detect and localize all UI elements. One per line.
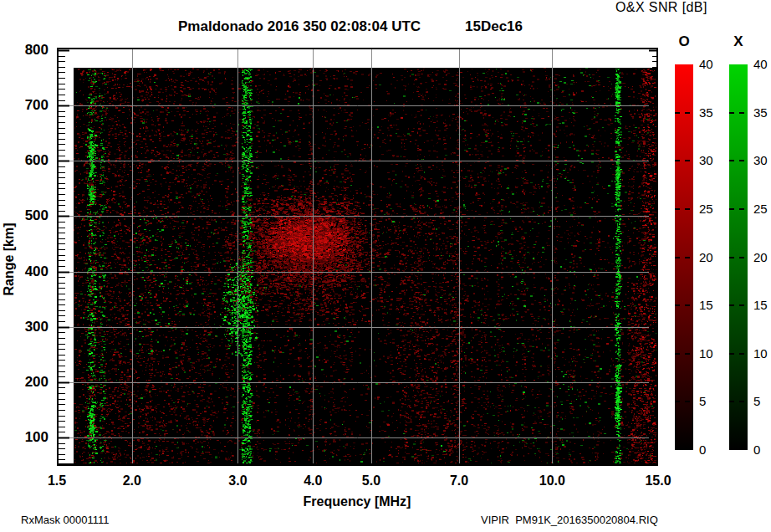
colorbar-X-dash-30: [729, 160, 748, 161]
colorbar-X-dash-5: [729, 401, 748, 402]
y-axis-title: Range [km]: [2, 221, 17, 298]
colorbar-X-title: X: [717, 33, 759, 50]
plot-title-date: 15Dec16: [465, 18, 523, 35]
y-tick-label-700: 700: [7, 97, 49, 114]
colorbar-O-tick-35: 35: [699, 105, 731, 120]
y-tick-label-600: 600: [7, 152, 49, 169]
colorbar-X-dash-25: [729, 208, 748, 210]
x-tick-label-1.5: 1.5: [32, 473, 82, 489]
x-tick-label-5.0: 5.0: [346, 473, 396, 489]
filename-label: VIPIR PM91K_2016350020804.RIQ: [481, 514, 658, 526]
colorbar-X-tick-25: 25: [753, 202, 771, 216]
colorbar-O-dash-35: [675, 112, 693, 114]
colorbar-O-dash-20: [675, 257, 693, 258]
x-tick-label-2.0: 2.0: [107, 473, 157, 489]
colorbar-X-tick-0: 0: [753, 442, 771, 457]
colorbar-O-dash-10: [675, 353, 693, 355]
x-tick-label-7.0: 7.0: [434, 473, 484, 489]
x-tick-label-4.0: 4.0: [288, 473, 338, 489]
colorbar-X-tick-30: 30: [753, 153, 771, 167]
colorbar-O-tick-10: 10: [699, 346, 731, 361]
colorbar-O-tick-40: 40: [699, 57, 731, 71]
colorbar-X-dash-10: [729, 353, 748, 355]
colorbar-O-dash-15: [675, 304, 693, 306]
colorbar-O-title: O: [663, 33, 705, 50]
colorbar-X-tick-5: 5: [753, 394, 771, 408]
x-tick-label-10.0: 10.0: [527, 473, 577, 489]
colorbar-O-tick-15: 15: [699, 298, 731, 312]
x-tick-label-15.0: 15.0: [633, 473, 683, 489]
colorbar-X-tick-35: 35: [753, 105, 771, 120]
colorbar-X-dash-15: [729, 304, 748, 306]
colorbar-O-dash-30: [675, 160, 693, 161]
y-tick-label-800: 800: [7, 42, 49, 59]
rxmask-label: RxMask 00001111: [21, 514, 110, 526]
colorbar-X-tick-10: 10: [753, 346, 771, 361]
colorbar-X-tick-40: 40: [753, 57, 771, 71]
y-tick-label-100: 100: [7, 429, 49, 446]
plot-title: Pmaldonado 2016 350 02:08:04 UTC: [178, 18, 421, 35]
y-tick-label-300: 300: [7, 319, 49, 335]
colorbar-O-tick-30: 30: [699, 153, 731, 167]
colorbar-O-tick-0: 0: [699, 442, 731, 457]
colorbar-X-dash-35: [729, 112, 748, 114]
ionogram-plot-canvas: [57, 48, 658, 466]
colorbar-O-dash-25: [675, 208, 693, 210]
colorbar-X-dash-20: [729, 257, 748, 258]
colorbar-X-tick-20: 20: [753, 250, 771, 264]
vipir-ionogram-screenshot: Pmaldonado 2016 350 02:08:04 UTC 15Dec16…: [0, 0, 771, 532]
x-axis-title: Frequency [MHz]: [273, 494, 441, 509]
y-tick-label-200: 200: [7, 374, 49, 391]
colorbar-O-tick-20: 20: [699, 250, 731, 264]
colorbar-O-tick-25: 25: [699, 202, 731, 216]
colorbar-X-tick-15: 15: [753, 298, 771, 312]
colorbar-O-tick-5: 5: [699, 394, 731, 408]
colorbar-O-dash-5: [675, 401, 693, 402]
x-tick-label-3.0: 3.0: [212, 473, 263, 489]
colorbar-header-label: O&X SNR [dB]: [615, 0, 707, 15]
